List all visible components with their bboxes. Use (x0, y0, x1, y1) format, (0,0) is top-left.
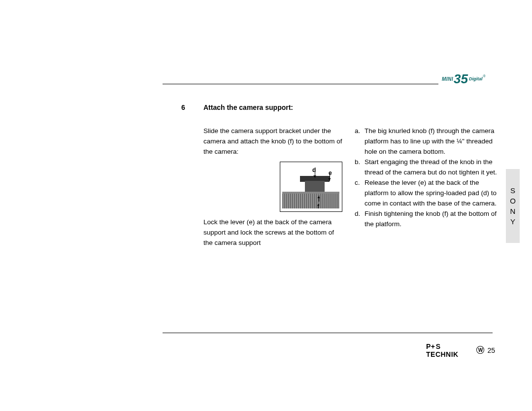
list-marker: d. (355, 208, 365, 229)
list-item: b. Start engaging the thread of the knob… (355, 157, 498, 177)
side-tab-sony: S O N Y (506, 169, 520, 243)
footer-w-mark-icon: W (476, 346, 484, 354)
list-text: The big knurled knob (f) through the cam… (365, 126, 498, 157)
side-tab-letter: O (510, 196, 516, 206)
left-paragraph-2: Lock the lever (e) at the back of the ca… (203, 217, 342, 248)
side-tab-letter: N (510, 206, 516, 216)
list-item: c. Release the lever (e) at the back of … (355, 177, 498, 208)
logo-digital: Digital (469, 76, 483, 81)
header-logo: MINI 35 Digital ® (442, 71, 494, 86)
top-rule (163, 84, 438, 84)
list-text: Start engaging the thread of the knob in… (365, 157, 498, 177)
page-number: 25 (487, 346, 495, 354)
right-column: a. The big knurled knob (f) through the … (355, 126, 498, 229)
brand-s: S (436, 342, 441, 350)
brand-p: P (426, 342, 431, 350)
figure-label-d: d (312, 165, 316, 175)
logo-mini: MINI (442, 76, 453, 82)
list-text: Finish tightening the knob (f) at the bo… (365, 208, 498, 229)
left-paragraph-1: Slide the camera support bracket under t… (203, 126, 342, 157)
step-title: Attach the camera support: (203, 103, 293, 111)
list-marker: b. (355, 157, 365, 177)
figure-camera-support: d e f (280, 162, 342, 212)
figure-part (282, 192, 339, 208)
logo-number: 35 (454, 73, 468, 84)
logo-registered: ® (483, 74, 486, 78)
brand-plus-icon: + (431, 342, 436, 347)
figure-arrow (319, 196, 319, 202)
list-text: Release the lever (e) at the back of the… (365, 177, 498, 208)
figure-label-f: f (317, 202, 319, 212)
brand-technik: TECHNIK (426, 350, 459, 358)
list-marker: a. (355, 126, 365, 157)
bottom-rule (163, 333, 493, 333)
left-column: Slide the camera support bracket under t… (203, 126, 342, 253)
right-ordered-list: a. The big knurled knob (f) through the … (355, 126, 498, 229)
figure-label-e: e (329, 168, 332, 178)
side-tab-letter: Y (510, 216, 515, 227)
list-marker: c. (355, 177, 365, 208)
list-item: d. Finish tightening the knob (f) at the… (355, 208, 498, 229)
footer-brand: P+S TECHNIK (426, 342, 475, 358)
list-item: a. The big knurled knob (f) through the … (355, 126, 498, 157)
step-number: 6 (181, 103, 185, 111)
footer: P+S TECHNIK W 25 (426, 342, 495, 358)
side-tab-letter: S (510, 185, 515, 196)
